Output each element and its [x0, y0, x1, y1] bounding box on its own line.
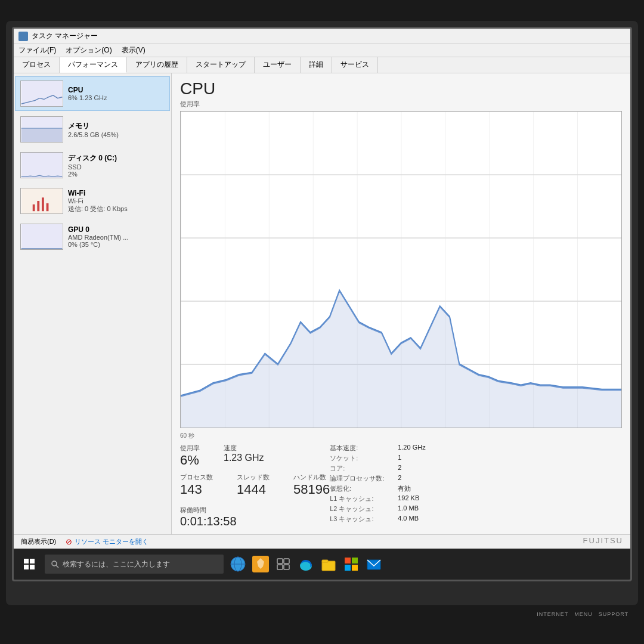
threads-group: スレッド数 1444	[237, 473, 270, 497]
tab-process[interactable]: プロセス	[14, 57, 60, 73]
tab-detail[interactable]: 詳細	[301, 57, 332, 73]
svg-rect-12	[47, 203, 49, 211]
detail-table: 基本速度: 1.20 GHz ソケット: 1 コア: 2	[330, 444, 622, 524]
gpu-mini-chart	[20, 224, 63, 250]
sidebar-item-disk[interactable]: ディスク 0 (C:) SSD 2%	[15, 148, 170, 182]
fujitsu-brand: FUJITSU	[583, 536, 623, 545]
detail-core: コア: 2	[330, 464, 622, 473]
simple-view[interactable]: 簡易表示(D)	[21, 537, 56, 546]
start-button[interactable]	[18, 553, 40, 575]
virt-label: 仮想化:	[330, 484, 395, 493]
core-label: コア:	[330, 464, 395, 473]
taskbar: 検索するには、ここに入力します	[14, 549, 630, 580]
logical-label: 論理プロセッサ数:	[330, 474, 395, 483]
sidebar-item-cpu[interactable]: CPU 6% 1.23 GHz	[15, 76, 170, 111]
wifi-sidebar-info: Wi-Fi Wi-Fi 送信: 0 受信: 0 Kbps	[68, 189, 128, 213]
svg-rect-32	[277, 559, 283, 564]
bottom-bar: 簡易表示(D) ⊘ リソース モニターを開く	[14, 534, 630, 549]
svg-rect-38	[322, 560, 328, 562]
tab-services[interactable]: サービス	[332, 57, 378, 73]
cpu-panel: CPU 使用率	[172, 73, 630, 534]
uptime-label: 稼働時間	[180, 506, 330, 515]
speed-group: 速度 1.23 GHz	[224, 444, 264, 468]
tab-app-history[interactable]: アプリの履歴	[127, 57, 187, 73]
threads-label: スレッド数	[237, 473, 270, 482]
usage-label: 使用率	[180, 444, 200, 453]
tab-users[interactable]: ユーザー	[255, 57, 301, 73]
taskbar-search[interactable]: 検索するには、ここに入力します	[45, 555, 224, 574]
processes-label: プロセス数	[180, 473, 213, 482]
store-icon[interactable]	[251, 555, 270, 574]
sidebar-item-gpu[interactable]: GPU 0 AMD Radeon(TM) ... 0% (35 °C)	[15, 219, 170, 254]
gpu-label: GPU 0	[68, 225, 128, 234]
speed-value: 1.23 GHz	[224, 453, 264, 463]
usage-value: 6%	[180, 453, 200, 468]
svg-rect-41	[345, 565, 351, 571]
svg-line-26	[56, 565, 58, 568]
stats-left: 使用率 6% 速度 1.23 GHz プロセス数	[180, 444, 330, 528]
svg-rect-1	[24, 33, 27, 36]
wifi-label: Wi-Fi	[68, 189, 128, 197]
handles-value: 58196	[293, 482, 330, 497]
tab-startup[interactable]: スタートアップ	[187, 57, 255, 73]
svg-rect-3	[24, 37, 27, 40]
l3-label: L3 キャッシュ:	[330, 515, 395, 524]
uptime-value: 0:01:13:58	[180, 515, 330, 528]
menu-options[interactable]: オプション(O)	[66, 45, 112, 55]
tab-performance[interactable]: パフォーマンス	[60, 57, 127, 73]
menu-file[interactable]: ファイル(F)	[18, 45, 56, 55]
disk-label: ディスク 0 (C:)	[68, 153, 117, 163]
detail-l3: L3 キャッシュ: 4.0 MB	[330, 515, 622, 524]
svg-rect-40	[352, 558, 358, 564]
sidebar-item-wifi[interactable]: Wi-Fi Wi-Fi 送信: 0 受信: 0 Kbps	[15, 184, 170, 218]
svg-rect-6	[21, 128, 63, 142]
menu-view[interactable]: 表示(V)	[122, 45, 145, 55]
logical-val: 2	[398, 474, 401, 483]
app-icon	[18, 32, 28, 41]
usage-speed-row: 使用率 6% 速度 1.23 GHz	[180, 444, 330, 468]
explorer-icon[interactable]	[319, 555, 338, 574]
process-row: プロセス数 143 スレッド数 1444 ハンドル数 58196	[180, 473, 330, 497]
uptime-group: 稼働時間 0:01:13:58	[180, 502, 330, 528]
menu-bar: ファイル(F) オプション(O) 表示(V)	[14, 44, 630, 57]
base-speed-label: 基本速度:	[330, 444, 395, 453]
detail-virt: 仮想化: 有効	[330, 484, 622, 493]
resource-monitor-link[interactable]: ⊘ リソース モニターを開く	[66, 537, 148, 546]
memory-detail: 2.6/5.8 GB (45%)	[68, 131, 119, 138]
svg-rect-42	[352, 565, 358, 571]
svg-rect-0	[20, 33, 23, 36]
speed-label: 速度	[224, 444, 264, 453]
sidebar: CPU 6% 1.23 GHz	[14, 73, 172, 534]
edge-icon[interactable]	[296, 555, 315, 574]
ms-store-icon[interactable]	[342, 555, 361, 574]
svg-rect-21	[24, 559, 29, 564]
disk-sidebar-info: ディスク 0 (C:) SSD 2%	[68, 153, 117, 178]
disk-mini-chart	[20, 152, 63, 178]
wifi-mini-chart	[20, 188, 63, 214]
svg-rect-7	[21, 153, 63, 178]
svg-rect-9	[33, 205, 35, 211]
svg-rect-2	[20, 37, 23, 40]
gpu-detail: AMD Radeon(TM) ... 0% (35 °C)	[68, 234, 128, 248]
resource-monitor-label[interactable]: リソース モニターを開く	[75, 537, 148, 546]
mail-icon[interactable]	[364, 555, 383, 574]
browser-icon[interactable]	[228, 555, 247, 574]
sidebar-item-memory[interactable]: メモリ 2.6/5.8 GB (45%)	[15, 112, 170, 147]
time-label: 60 秒	[180, 432, 622, 440]
cpu-graph	[180, 111, 622, 428]
wifi-detail: Wi-Fi 送信: 0 受信: 0 Kbps	[68, 197, 128, 213]
detail-socket: ソケット: 1	[330, 454, 622, 463]
socket-label: ソケット:	[330, 454, 395, 463]
task-view-icon[interactable]	[274, 555, 293, 574]
detail-logical: 論理プロセッサ数: 2	[330, 474, 622, 483]
usage-rate-label: 使用率	[180, 100, 622, 109]
cpu-detail: 6% 1.23 GHz	[68, 94, 107, 101]
detail-l1: L1 キャッシュ: 192 KB	[330, 494, 622, 503]
l2-val: 1.0 MB	[398, 504, 419, 513]
svg-rect-39	[345, 558, 351, 564]
memory-mini-chart	[20, 116, 63, 143]
detail-base-speed: 基本速度: 1.20 GHz	[330, 444, 622, 453]
cpu-mini-chart	[20, 80, 63, 107]
stats-section: 使用率 6% 速度 1.23 GHz プロセス数	[180, 444, 622, 528]
memory-label: メモリ	[68, 121, 119, 131]
